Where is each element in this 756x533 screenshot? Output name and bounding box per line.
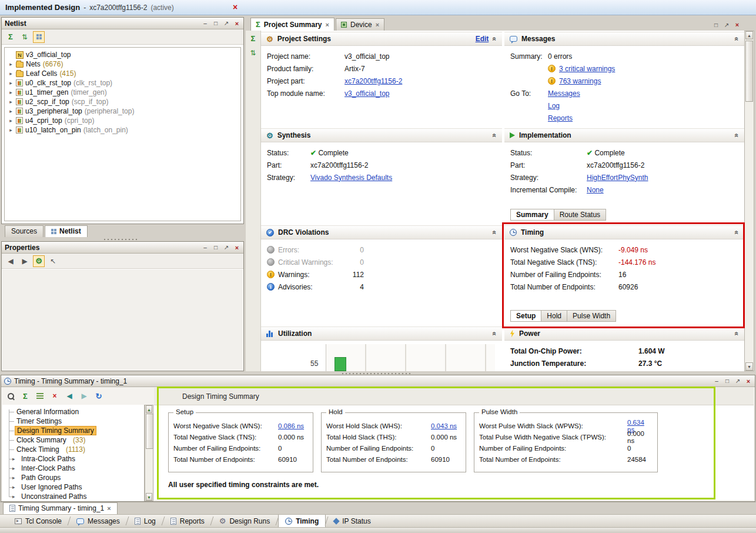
goto-log-link[interactable]: Log	[548, 102, 560, 110]
tree-item-clock-summary[interactable]: Clock Summary (33)	[2, 435, 144, 445]
tab-tcl-console[interactable]: >Tcl Console	[8, 515, 68, 527]
maximize-icon[interactable]: □	[724, 378, 731, 384]
scroll-up-icon[interactable]: ▲	[146, 405, 152, 413]
tab-project-summary[interactable]: Σ Project Summary ×	[250, 18, 334, 31]
maximize-icon[interactable]: □	[212, 244, 219, 251]
main-scrollbar[interactable]: ▲ ▼	[744, 31, 754, 371]
panel-splitter-handle[interactable]	[103, 238, 138, 241]
messages-header[interactable]: Messages «	[504, 32, 744, 46]
tree-item-design-timing-summary[interactable]: Design Timing Summary	[2, 426, 144, 435]
minimize-icon[interactable]: –	[713, 378, 720, 384]
close-icon[interactable]: ×	[734, 21, 741, 28]
expander-icon[interactable]: ▸	[12, 456, 15, 462]
netlist-item-instance[interactable]: ▸ u1_timer_gen (timer_gen)	[6, 88, 239, 97]
collapse-all-icon[interactable]: ⇅	[19, 31, 31, 43]
power-header[interactable]: Power «	[504, 327, 744, 341]
implementation-strategy-link[interactable]: HighEffortPhySynth	[587, 174, 648, 182]
netlist-item-leaf-cells[interactable]: ▸ Leaf Cells (415)	[6, 69, 239, 78]
tab-design-runs[interactable]: ⚙Design Runs	[213, 515, 276, 527]
utilization-header[interactable]: Utilization «	[261, 327, 502, 341]
tree-item-general-information[interactable]: General Information	[2, 407, 144, 417]
float-icon[interactable]: ↗	[223, 20, 230, 26]
collapse-gadget-icon[interactable]: «	[491, 231, 499, 235]
expander-icon[interactable]: ▸	[8, 61, 14, 67]
back-icon[interactable]: ◀	[5, 255, 16, 267]
properties-view-icon[interactable]: ⚙	[33, 255, 45, 267]
maximize-icon[interactable]: □	[712, 22, 720, 28]
expander-icon[interactable]: ▸	[12, 494, 15, 499]
float-icon[interactable]: ↗	[734, 378, 741, 384]
collapse-gadget-icon[interactable]: «	[491, 332, 499, 336]
layers-icon[interactable]	[34, 390, 46, 402]
expander-icon[interactable]: ▸	[12, 484, 15, 490]
group-by-type-icon[interactable]	[33, 31, 45, 43]
float-icon[interactable]: ↗	[223, 244, 230, 251]
minimize-icon[interactable]: –	[202, 20, 209, 26]
scroll-down-icon[interactable]: ▼	[745, 362, 753, 371]
close-tab-icon[interactable]: ×	[107, 505, 111, 512]
banner-close-icon[interactable]: ×	[233, 2, 237, 12]
timing-header[interactable]: Timing «	[504, 225, 744, 239]
tree-scrollbar[interactable]: ▲ ▼	[145, 405, 153, 501]
tab-netlist[interactable]: Netlist	[45, 225, 88, 237]
tree-item-intra-clock-paths[interactable]: ▸Intra-Clock Paths	[2, 454, 144, 464]
tab-sources[interactable]: Sources	[5, 225, 44, 237]
subtab-route-status[interactable]: Route Status	[554, 209, 606, 221]
expander-icon[interactable]: ▸	[8, 99, 14, 105]
collapse-gadget-icon[interactable]: «	[491, 37, 499, 41]
rerun-icon[interactable]: ↻	[93, 390, 105, 402]
critical-warnings-link[interactable]: 3 critical warnings	[559, 65, 615, 73]
synthesis-strategy-link[interactable]: Vivado Synthesis Defaults	[310, 174, 392, 182]
tab-device[interactable]: Device ×	[336, 18, 384, 31]
properties-panel-header[interactable]: Properties – □ ↗ ×	[2, 242, 243, 254]
expander-icon[interactable]: ▸	[8, 118, 14, 124]
expander-icon[interactable]: ▸	[8, 108, 14, 114]
timing-panel-header[interactable]: Timing - Timing Summary - timing_1 – □ ↗…	[1, 375, 755, 387]
drc-header[interactable]: ✔ DRC Violations «	[261, 225, 502, 239]
project-part-link[interactable]: xc7a200tffg1156-2	[344, 77, 402, 85]
forward-icon[interactable]: ▶	[78, 390, 90, 402]
project-settings-header[interactable]: ⚙ Project Settings Edit «	[261, 32, 502, 46]
scrollbar-thumb[interactable]	[745, 41, 753, 102]
gadget-collapse-icon[interactable]: ⇅	[250, 49, 256, 57]
wns-link[interactable]: 0.086 ns	[278, 422, 308, 429]
goto-reports-link[interactable]: Reports	[548, 114, 573, 122]
collapse-gadget-icon[interactable]: «	[733, 37, 741, 41]
whs-link[interactable]: 0.043 ns	[431, 422, 461, 429]
top-module-link[interactable]: v3_official_top	[344, 89, 390, 98]
expander-icon[interactable]: ▸	[12, 465, 15, 471]
netlist-item-instance[interactable]: ▸ u0_clk_rst_top (clk_rst_top)	[6, 78, 239, 88]
expander-icon[interactable]: ▸	[12, 475, 15, 481]
expand-all-icon[interactable]: Σ	[5, 31, 16, 43]
search-icon[interactable]	[5, 390, 16, 402]
tab-timing[interactable]: Timing	[278, 515, 326, 527]
minimize-icon[interactable]: –	[202, 244, 209, 251]
scroll-up-icon[interactable]: ▲	[745, 31, 753, 39]
incremental-compile-link[interactable]: None	[587, 186, 604, 194]
gadget-expand-icon[interactable]: Σ	[251, 34, 256, 43]
tree-item-inter-clock-paths[interactable]: ▸Inter-Clock Paths	[2, 464, 144, 473]
expander-icon[interactable]: ▸	[8, 80, 14, 86]
float-icon[interactable]: ↗	[723, 22, 730, 28]
tree-item-user-ignored-paths[interactable]: ▸User Ignored Paths	[2, 482, 144, 492]
tab-log[interactable]: Log	[128, 515, 162, 527]
expander-icon[interactable]: ▸	[8, 71, 14, 76]
tab-reports[interactable]: Reports	[164, 515, 211, 527]
close-tab-icon[interactable]: ×	[326, 21, 329, 28]
expander-icon[interactable]: ▸	[8, 89, 14, 95]
warnings-link[interactable]: 763 warnings	[559, 77, 601, 85]
delete-icon[interactable]: ×	[49, 390, 61, 402]
subtab-summary[interactable]: Summary	[510, 209, 554, 221]
edit-link[interactable]: Edit	[476, 35, 489, 43]
tab-timing-summary-result[interactable]: Timing Summary - timing_1 ×	[3, 502, 118, 514]
netlist-panel-header[interactable]: Netlist – □ ↗ ×	[2, 18, 243, 29]
scroll-down-icon[interactable]: ▼	[146, 493, 152, 501]
expander-icon[interactable]: ▸	[8, 127, 14, 133]
collapse-gadget-icon[interactable]: «	[733, 332, 741, 336]
collapse-gadget-icon[interactable]: «	[733, 134, 741, 138]
tab-ip-status[interactable]: IP Status	[327, 515, 377, 527]
forward-icon[interactable]: ▶	[19, 255, 31, 267]
close-tab-icon[interactable]: ×	[376, 21, 379, 28]
tree-item-unconstrained-paths[interactable]: ▸Unconstrained Paths	[2, 492, 144, 501]
expand-all-icon[interactable]: Σ	[19, 390, 31, 402]
